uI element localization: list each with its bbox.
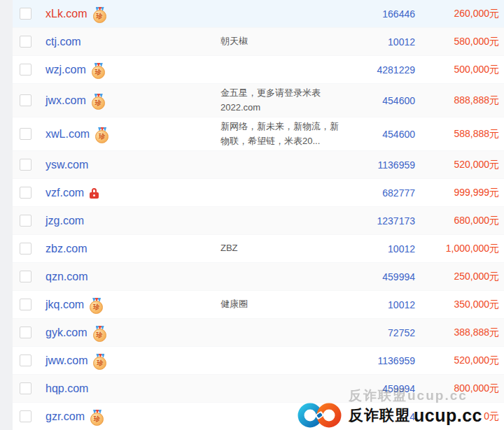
table-row: jzg.com1237173680,000元 bbox=[13, 207, 504, 235]
views-count[interactable]: 454600 bbox=[354, 95, 424, 106]
views-count[interactable]: 1136959 bbox=[354, 355, 424, 366]
domain-link[interactable]: xwL.com bbox=[46, 128, 90, 141]
price-label: 260,000元 bbox=[424, 8, 504, 20]
domain-cell: jkq.com珍 bbox=[46, 296, 220, 313]
row-checkbox[interactable] bbox=[20, 8, 31, 20]
price-label: 680,000元 bbox=[424, 215, 504, 227]
domain-link[interactable]: vzf.com bbox=[46, 187, 84, 199]
medal-icon: 珍 bbox=[92, 94, 105, 108]
table-row: xwL.com珍新网络，新未来，新物流，新物联，希望链，米表20...45460… bbox=[13, 117, 504, 151]
checkbox-cell bbox=[13, 36, 46, 48]
lock-icon bbox=[90, 188, 99, 199]
domain-link[interactable]: jwx.com bbox=[46, 94, 86, 107]
views-count[interactable]: 459994 bbox=[354, 383, 424, 394]
checkbox-cell bbox=[13, 94, 46, 106]
checkbox-cell bbox=[13, 187, 46, 199]
domain-cell: zbz.com bbox=[46, 243, 220, 255]
anti-fraud-watermark: 反诈联盟 ucup.cc bbox=[296, 402, 482, 429]
price-label: 388,888元 bbox=[424, 327, 504, 339]
views-count[interactable]: 72752 bbox=[354, 327, 424, 338]
checkbox-cell bbox=[13, 299, 46, 310]
price-label: 520,000元 bbox=[424, 159, 504, 171]
domain-link[interactable]: wzj.com bbox=[46, 64, 86, 76]
table-row: ctj.com朝天椒10012580,000元 bbox=[13, 28, 504, 56]
medal-coin-icon: 珍 bbox=[92, 96, 105, 110]
domain-description: ZBZ bbox=[220, 241, 354, 255]
row-checkbox[interactable] bbox=[20, 187, 31, 199]
checkbox-cell bbox=[13, 64, 46, 76]
price-label: 350,000元 bbox=[424, 299, 504, 311]
price-label: 500,000元 bbox=[424, 64, 504, 76]
row-checkbox[interactable] bbox=[20, 128, 31, 140]
domain-link[interactable]: xLk.com bbox=[46, 8, 88, 20]
row-checkbox[interactable] bbox=[20, 382, 31, 394]
row-checkbox[interactable] bbox=[20, 410, 31, 422]
price-label: 580,000元 bbox=[424, 36, 504, 48]
domain-cell: qzn.com bbox=[46, 271, 220, 283]
checkbox-cell bbox=[13, 382, 46, 394]
domain-link[interactable]: jww.com bbox=[46, 354, 88, 367]
table-row: hqp.com459994800,000元 bbox=[13, 375, 504, 403]
domain-cell: xwL.com珍 bbox=[46, 126, 220, 142]
domain-link[interactable]: qzn.com bbox=[46, 271, 88, 283]
checkbox-cell bbox=[13, 271, 46, 282]
medal-icon: 珍 bbox=[93, 354, 106, 368]
row-checkbox[interactable] bbox=[20, 215, 31, 227]
views-count[interactable]: 1136959 bbox=[354, 159, 424, 171]
medal-icon: 珍 bbox=[92, 63, 105, 78]
views-count[interactable]: 4281229 bbox=[354, 64, 424, 76]
domain-cell: ysw.com bbox=[46, 159, 220, 171]
domain-link[interactable]: hqp.com bbox=[46, 382, 88, 395]
views-count[interactable]: 166446 bbox=[354, 8, 424, 20]
domain-link[interactable]: ctj.com bbox=[46, 36, 81, 48]
domain-link[interactable]: ysw.com bbox=[46, 159, 88, 171]
table-row: qzn.com459994250,000元 bbox=[13, 263, 504, 291]
domain-cell: jwx.com珍 bbox=[46, 92, 220, 108]
row-checkbox[interactable] bbox=[20, 299, 31, 310]
domain-link[interactable]: gzr.com bbox=[46, 410, 85, 423]
table-row: jkq.com珍健康圈10012350,000元 bbox=[13, 291, 504, 319]
checkbox-cell bbox=[13, 327, 46, 338]
views-count[interactable]: 454600 bbox=[354, 129, 424, 140]
domain-description: 新网络，新未来，新物流，新物联，希望链，米表20... bbox=[220, 120, 354, 148]
row-checkbox[interactable] bbox=[20, 354, 31, 366]
medal-icon: 珍 bbox=[95, 127, 108, 142]
price-label: 800,000元 bbox=[424, 382, 504, 395]
views-count[interactable]: 10012 bbox=[354, 243, 424, 255]
row-checkbox[interactable] bbox=[20, 94, 31, 106]
medal-icon: 珍 bbox=[93, 7, 106, 22]
domain-cell: xLk.com珍 bbox=[46, 6, 220, 22]
row-checkbox[interactable] bbox=[20, 159, 31, 171]
row-checkbox[interactable] bbox=[20, 36, 31, 48]
domain-description: 健康圈 bbox=[220, 297, 354, 311]
views-count[interactable]: 10012 bbox=[354, 299, 424, 310]
row-checkbox[interactable] bbox=[20, 243, 31, 255]
watermark-site-label: ucup.cc bbox=[414, 406, 482, 426]
domain-link[interactable]: jzg.com bbox=[46, 215, 84, 227]
views-count[interactable]: 459994 bbox=[354, 271, 424, 282]
price-label: 588,888元 bbox=[424, 128, 504, 141]
domain-link[interactable]: zbz.com bbox=[46, 243, 88, 255]
views-count[interactable]: 1237173 bbox=[354, 215, 424, 227]
row-checkbox[interactable] bbox=[20, 64, 31, 76]
medal-coin-icon: 珍 bbox=[90, 413, 104, 426]
views-count[interactable]: 682777 bbox=[354, 187, 424, 199]
row-checkbox[interactable] bbox=[20, 327, 31, 338]
row-checkbox[interactable] bbox=[20, 271, 31, 282]
table-row: xLk.com珍166446260,000元 bbox=[13, 0, 504, 28]
domain-link[interactable]: jkq.com bbox=[46, 299, 84, 311]
table-row: gyk.com珍72752388,888元 bbox=[13, 319, 504, 347]
domain-link[interactable]: gyk.com bbox=[46, 327, 88, 339]
views-count[interactable]: 10012 bbox=[354, 36, 424, 48]
price-label: 1,000,000元 bbox=[424, 243, 504, 255]
medal-icon: 珍 bbox=[90, 298, 103, 313]
checkbox-cell bbox=[13, 128, 46, 140]
domain-description: 朝天椒 bbox=[220, 34, 354, 48]
table-row: wzj.com珍4281229500,000元 bbox=[13, 56, 504, 84]
medal-icon: 珍 bbox=[90, 410, 104, 424]
medal-icon: 珍 bbox=[93, 326, 106, 341]
checkbox-cell bbox=[13, 159, 46, 171]
domain-cell: gyk.com珍 bbox=[46, 324, 220, 341]
checkbox-cell bbox=[13, 8, 46, 20]
domain-cell: jww.com珍 bbox=[46, 352, 220, 368]
